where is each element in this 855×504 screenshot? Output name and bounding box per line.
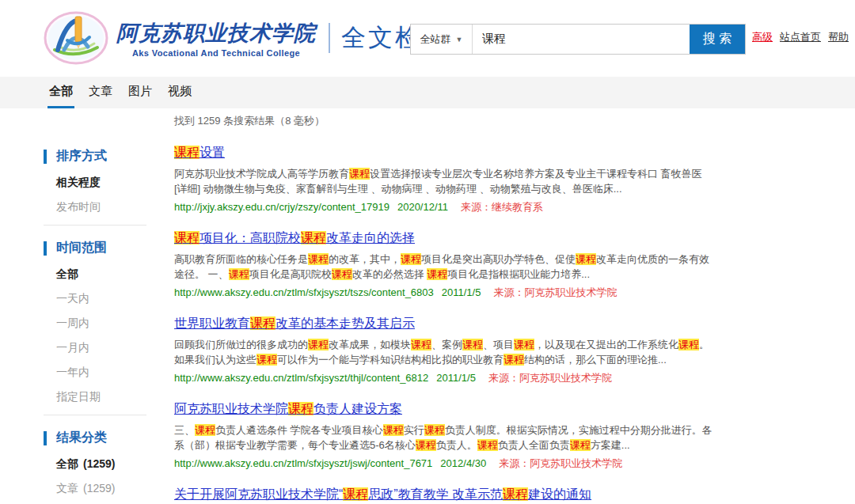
text-segment: 实行 — [404, 424, 424, 436]
highlighted-keyword: 课程 — [383, 424, 404, 436]
text-segment: 改革的必然选择 — [352, 268, 428, 280]
college-name-zh: 阿克苏职业技术学院 — [116, 19, 316, 47]
header-link[interactable]: 帮助 — [828, 30, 849, 44]
highlighted-keyword: 课程 — [424, 424, 445, 436]
sidebar-filter-item[interactable]: 一天内 — [56, 292, 146, 306]
sidebar-section-items: 全部 一天内 一周内 一月内 一年内 指定日期 — [44, 267, 146, 404]
text-segment: 项目化是指根据职业能力培养... — [447, 268, 590, 280]
tab[interactable]: 文章 — [87, 77, 114, 108]
result-description: 三、课程负责人遴选条件 学院各专业项目核心课程实行课程负责人制度。根据实际情况，… — [174, 423, 712, 453]
header-divider — [329, 23, 330, 53]
sidebar-filter-item[interactable]: 指定日期 — [56, 390, 146, 404]
text-segment: 方案建... — [591, 439, 630, 451]
header-link[interactable]: 站点首页 — [780, 30, 821, 44]
result-description: 阿克苏职业技术学院成人高等学历教育课程设置选择报读专业层次专业名称培养方案及专业… — [174, 166, 712, 196]
text-segment: 阿克苏职业技术学院成人高等学历教育 — [174, 168, 349, 180]
sidebar-filter-label: 一月内 — [56, 341, 89, 354]
highlighted-keyword: 课程 — [349, 168, 370, 180]
text-segment: 思政”教育教学 改革示范 — [368, 487, 503, 501]
sidebar-filter-label: 相关程度 — [56, 176, 101, 188]
text-segment: 高职教育所面临的核心任务是 — [174, 253, 308, 265]
search-result-item: 关于开展阿克苏职业技术学院“课程思政”教育教学 改革示范课程建设的通知 育课程中… — [174, 486, 712, 504]
filter-sidebar: 排序方式 相关程度 发布时间 时间范围 全部 一天内 一周内 一月内 一年内 指… — [44, 108, 146, 504]
sidebar-filter-label: 全部 — [56, 267, 78, 280]
highlighted-keyword: 课程 — [174, 146, 200, 159]
highlighted-keyword: 课程 — [576, 253, 596, 265]
result-url[interactable]: http://www.akszy.edu.cn/ztlm/sfxjsyszt/t… — [174, 372, 428, 384]
highlighted-keyword: 课程 — [514, 339, 534, 351]
text-segment: 三、 — [174, 424, 195, 436]
sidebar-section-items: 相关程度 发布时间 — [44, 176, 146, 214]
highlighted-keyword: 课程 — [411, 339, 431, 351]
highlighted-keyword: 课程 — [256, 354, 277, 366]
sidebar-section-title: 排序方式 — [44, 148, 146, 165]
text-segment: 项目化是突出高职办学特色、促使 — [421, 253, 576, 265]
header-link[interactable]: 高级 — [752, 30, 773, 44]
sidebar-section-items: 全部(1259) 文章(1259) 图片(0) 视频(0) — [44, 457, 146, 504]
tab[interactable]: 图片 — [127, 77, 154, 108]
sidebar-filter-item[interactable]: 全部 — [56, 267, 146, 282]
sidebar-filter-item[interactable]: 文章(1259) — [56, 482, 146, 496]
highlighted-keyword: 课程 — [343, 487, 368, 501]
highlighted-keyword: 课程 — [301, 231, 326, 244]
text-segment: 世界职业教育 — [174, 316, 250, 330]
tab[interactable]: 全部 — [48, 77, 74, 108]
highlighted-keyword: 课程 — [504, 354, 524, 366]
sidebar-filter-item[interactable]: 一年内 — [56, 366, 146, 380]
search-result-item: 课程项目化：高职院校课程改革走向的选择 高职教育所面临的核心任务是课程的改革，其… — [174, 229, 712, 299]
text-segment: 负责人遴选条件 学院各专业项目核心 — [215, 424, 383, 436]
result-source: 来源：阿克苏职业技术学院 — [499, 457, 622, 469]
results-summary: 找到 1259 条搜索结果（8 毫秒） — [174, 114, 712, 128]
search-input[interactable] — [473, 25, 690, 54]
result-source: 来源：继续教育系 — [461, 201, 543, 213]
sidebar-section-title-text: 时间范围 — [56, 240, 107, 256]
chevron-down-icon: ▼ — [456, 36, 463, 44]
sidebar-section: 排序方式 相关程度 发布时间 — [44, 148, 146, 214]
result-url[interactable]: http://www.akszy.edu.cn/ztlm/sfxjsyszt/j… — [174, 457, 432, 469]
highlighted-keyword: 课程 — [416, 439, 436, 451]
text-segment: 改革走向的选择 — [326, 231, 415, 244]
logo-group: 阿克苏职业技术学院 Aks Vocational And Technical C… — [44, 10, 449, 66]
result-title-link[interactable]: 世界职业教育课程改革的基本走势及其启示 — [174, 315, 415, 332]
result-description: 回顾我们所做过的很多成功的课程改革成果，如模块课程、案例课程、项目课程，以及现在… — [174, 337, 712, 367]
tab[interactable]: 视频 — [166, 77, 193, 108]
results-list: 课程设置 阿克苏职业技术学院成人高等学历教育课程设置选择报读专业层次专业名称培养… — [174, 144, 712, 504]
sidebar-filter-item[interactable]: 一月内 — [56, 341, 146, 355]
sidebar-filter-label: 一年内 — [56, 366, 89, 378]
sidebar-filter-label: 全部 — [56, 457, 78, 470]
sidebar-filter-item[interactable]: 一周内 — [56, 316, 146, 331]
result-title-link[interactable]: 阿克苏职业技术学院课程负责人建设方案 — [174, 400, 402, 417]
section-accent-bar — [44, 150, 47, 164]
highlighted-keyword: 课程 — [250, 316, 276, 330]
result-url[interactable]: http://jxjy.akszy.edu.cn/crjy/zszy/conte… — [174, 201, 390, 213]
sidebar-filter-label: 文章 — [56, 482, 78, 495]
sidebar-section-title-text: 排序方式 — [56, 148, 107, 165]
result-source: 来源：阿克苏职业技术学院 — [493, 286, 617, 298]
result-date: 2011/1/5 — [442, 286, 481, 298]
result-url[interactable]: http://www.akszy.edu.cn/ztlm/sfxjsyszt/t… — [174, 286, 434, 298]
sidebar-filter-item[interactable]: 相关程度 — [56, 176, 146, 190]
result-title-link[interactable]: 课程设置 — [174, 144, 225, 161]
sidebar-filter-label: 指定日期 — [56, 390, 101, 403]
text-segment: 负责人。 — [436, 439, 477, 451]
sidebar-section-title: 时间范围 — [44, 240, 146, 256]
sidebar-section-title: 结果分类 — [44, 430, 146, 446]
highlighted-keyword: 课程 — [332, 268, 352, 280]
highlighted-keyword: 课程 — [308, 339, 329, 351]
search-result-item: 课程设置 阿克苏职业技术学院成人高等学历教育课程设置选择报读专业层次专业名称培养… — [174, 144, 712, 214]
sidebar-filter-item[interactable]: 发布时间 — [56, 200, 146, 214]
text-segment: ，以及现在又提出的工作系统化 — [534, 339, 678, 351]
highlighted-keyword: 课程 — [288, 402, 314, 415]
search-button[interactable]: 搜 索 — [690, 25, 745, 54]
highlighted-keyword: 课程 — [229, 268, 249, 280]
section-accent-bar — [44, 241, 47, 256]
highlighted-keyword: 课程 — [678, 339, 699, 351]
result-title-link[interactable]: 课程项目化：高职院校课程改革走向的选择 — [174, 229, 415, 246]
search-scope-dropdown[interactable]: 全站群 ▼ — [411, 25, 473, 54]
result-date: 2011/1/5 — [436, 372, 476, 384]
main-area: 排序方式 相关程度 发布时间 时间范围 全部 一天内 一周内 一月内 一年内 指… — [0, 108, 855, 504]
college-name-en: Aks Vocational And Technical College — [132, 48, 300, 58]
sidebar-filter-item[interactable]: 全部(1259) — [56, 457, 146, 472]
text-segment: 改革的基本走势及其启示 — [276, 316, 415, 330]
result-title-link[interactable]: 关于开展阿克苏职业技术学院“课程思政”教育教学 改革示范课程建设的通知 — [174, 486, 591, 502]
